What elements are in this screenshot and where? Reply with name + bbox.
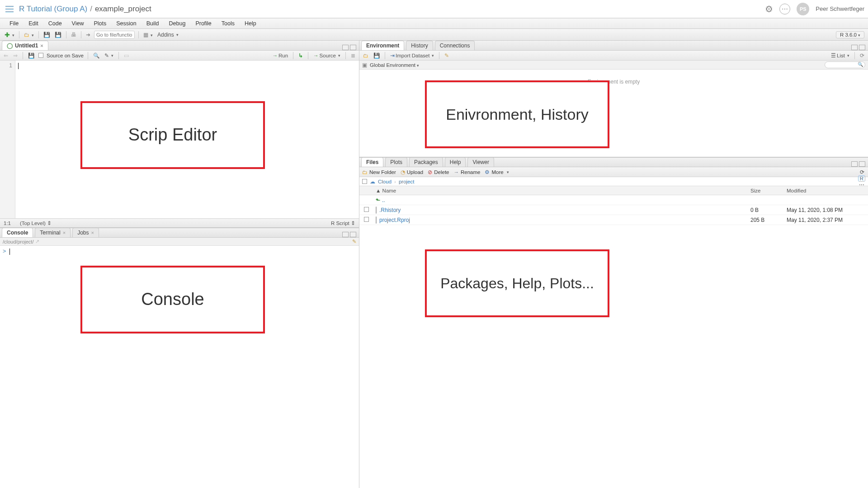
r-icon[interactable]: R	[858, 175, 865, 182]
run-button[interactable]: →Run	[271, 53, 289, 58]
maximize-env-icon[interactable]	[859, 45, 865, 50]
tab-files[interactable]: Files	[361, 157, 383, 167]
rerun-icon[interactable]: ↳	[297, 52, 304, 59]
addins-dropdown[interactable]: Addins	[156, 32, 179, 38]
more-button[interactable]: ⚙More	[485, 169, 509, 175]
menu-code[interactable]: Code	[43, 20, 67, 27]
r-version-selector[interactable]: R 3.6.0	[836, 31, 864, 38]
save-source-icon[interactable]: 💾	[27, 52, 35, 59]
grid-icon[interactable]: ▦	[142, 32, 154, 38]
tab-help[interactable]: Help	[445, 157, 466, 167]
annotation-env: Enivronment, History	[425, 80, 609, 148]
console-body[interactable]: > Console	[0, 246, 359, 488]
minimize-env-icon[interactable]	[851, 45, 858, 50]
file-row-rproj[interactable]: project.Rproj 205 B May 11, 2020, 2:37 P…	[359, 215, 868, 225]
wand-icon[interactable]: ✎	[104, 52, 114, 59]
forward-icon[interactable]: ⇒	[12, 52, 19, 59]
file-row-up[interactable]: ⬑..	[359, 195, 868, 205]
tab-environment[interactable]: Environment	[361, 41, 404, 50]
clear-console-icon[interactable]: ✎	[352, 239, 356, 244]
source-tab-untitled1[interactable]: ◯ Untitled1 ×	[2, 41, 48, 50]
menu-debug[interactable]: Debug	[164, 20, 191, 27]
minimize-pane-icon[interactable]	[342, 45, 349, 50]
menu-profile[interactable]: Profile	[190, 20, 216, 27]
import-dataset-button[interactable]: ⇥ Import Dataset	[389, 52, 435, 59]
env-toolbar: 🗀 💾 ⇥ Import Dataset ✎ ☰ List ⟳	[359, 51, 868, 61]
close-jobs-icon[interactable]: ×	[91, 230, 94, 235]
minimize-console-icon[interactable]	[342, 232, 349, 237]
new-folder-button[interactable]: 🗀New Folder	[362, 169, 396, 175]
load-workspace-icon[interactable]: 🗀	[362, 53, 369, 58]
workspace-link[interactable]: R Tutorial (Group A)	[19, 5, 87, 14]
save-workspace-icon[interactable]: 💾	[373, 52, 381, 59]
open-project-button[interactable]: 🗀	[23, 32, 35, 38]
menu-view[interactable]: View	[67, 20, 89, 27]
back-icon[interactable]: ⇐	[3, 52, 9, 59]
source-on-save-label: Source on Save	[47, 53, 84, 58]
folder-up-icon: ⬑	[376, 197, 380, 203]
tab-title: Untitled1	[15, 42, 38, 49]
menu-build[interactable]: Build	[142, 20, 164, 27]
refresh-files-icon[interactable]: ⟳	[859, 169, 865, 175]
tab-connections[interactable]: Connections	[435, 41, 475, 50]
refresh-env-icon[interactable]: ⟳	[859, 52, 865, 59]
minimize-files-icon[interactable]	[851, 161, 858, 167]
save-all-button[interactable]: 💾	[54, 32, 62, 38]
menu-plots[interactable]: Plots	[89, 20, 111, 27]
close-tab-icon[interactable]: ×	[40, 43, 43, 48]
env-body: Environment is empty Enivronment, Histor…	[359, 70, 868, 157]
annotation-editor: Scrip Editor	[80, 101, 265, 169]
maximize-console-icon[interactable]	[350, 232, 356, 237]
tab-terminal[interactable]: Terminal×	[35, 228, 71, 237]
menu-tools[interactable]: Tools	[217, 20, 240, 27]
file-row-rhistory[interactable]: .Rhistory 0 B May 11, 2020, 1:08 PM	[359, 205, 868, 215]
source-on-save-checkbox[interactable]	[38, 53, 43, 58]
goto-arrow-icon[interactable]: ➜	[85, 32, 91, 38]
gear-icon[interactable]: ⚙	[765, 4, 773, 14]
new-file-button[interactable]: ✚	[4, 31, 15, 38]
line-gutter: 1	[0, 61, 15, 218]
menu-file[interactable]: File	[5, 20, 24, 27]
rename-button[interactable]: →Rename	[454, 169, 481, 175]
cloud-header: R Tutorial (Group A) / example_project ⚙…	[0, 0, 868, 18]
report-icon[interactable]: ▭	[123, 52, 130, 59]
tab-packages[interactable]: Packages	[409, 157, 443, 167]
clear-env-icon[interactable]: ✎	[443, 52, 450, 59]
env-search-input[interactable]: 🔍	[825, 61, 865, 68]
lang-selector[interactable]: R Script	[331, 221, 349, 226]
more-icon[interactable]: ⋯	[779, 4, 790, 14]
cursor-pos: 1:1	[4, 221, 11, 226]
maximize-pane-icon[interactable]	[350, 45, 356, 50]
list-view-button[interactable]: ☰ List	[830, 52, 850, 59]
menu-help[interactable]: Help	[240, 20, 261, 27]
tab-console[interactable]: Console	[2, 228, 33, 237]
maximize-files-icon[interactable]	[859, 161, 865, 167]
print-button[interactable]: 🖶	[70, 32, 77, 38]
file-checkbox[interactable]	[364, 207, 369, 212]
crumb-project[interactable]: project	[399, 179, 415, 184]
source-button[interactable]: →Source	[312, 53, 341, 58]
menu-session[interactable]: Session	[111, 20, 141, 27]
env-scope-bar: ▣ Global Environment 🔍	[359, 61, 868, 70]
crumb-cloud[interactable]: Cloud	[378, 179, 392, 184]
env-scope-selector[interactable]: Global Environment	[370, 62, 419, 68]
menu-edit[interactable]: Edit	[24, 20, 43, 27]
upload-button[interactable]: ◔Upload	[401, 169, 423, 175]
save-button[interactable]: 💾	[42, 32, 51, 38]
select-all-checkbox[interactable]	[362, 179, 367, 184]
tab-jobs[interactable]: Jobs×	[72, 228, 99, 237]
scope-selector[interactable]: (Top Level) ⇕	[20, 220, 52, 226]
tab-viewer[interactable]: Viewer	[467, 157, 494, 167]
editor-body[interactable]: 1 Scrip Editor	[0, 61, 359, 218]
goto-input[interactable]	[94, 31, 135, 39]
outline-icon[interactable]: ≣	[350, 52, 356, 59]
tab-history[interactable]: History	[406, 41, 433, 50]
avatar[interactable]: PS	[797, 3, 809, 15]
delete-button[interactable]: ⊘Delete	[428, 169, 449, 175]
menu-toggle-icon[interactable]	[5, 6, 14, 12]
close-terminal-icon[interactable]: ×	[63, 230, 66, 235]
annotation-files: Packages, Help, Plots...	[425, 249, 609, 317]
find-icon[interactable]: 🔍	[92, 52, 100, 59]
tab-plots[interactable]: Plots	[385, 157, 407, 167]
file-checkbox[interactable]	[364, 217, 369, 222]
